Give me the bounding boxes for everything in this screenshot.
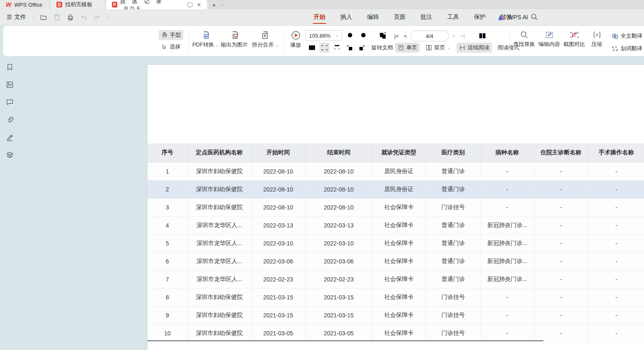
undo-icon[interactable]: [80, 13, 88, 21]
table-cell: -: [534, 306, 588, 324]
menu-tab-tools[interactable]: 工具: [440, 9, 467, 25]
table-cell: 2022-03-13: [251, 216, 305, 234]
table-row[interactable]: 9深圳市妇幼保健院2021-03-152021-03-15社会保障卡门诊挂号--…: [147, 306, 644, 324]
table-cell: 2022-02-23: [305, 270, 372, 288]
word-translate-button[interactable]: A文 划词翻译 ⌄: [609, 43, 644, 54]
table-cell: 3: [147, 198, 188, 216]
file-menu-label: 文件: [15, 13, 26, 21]
tab-wps-office[interactable]: W WPS Office: [0, 0, 49, 9]
divider: [510, 30, 510, 52]
table-cell: 居民身份证: [372, 162, 426, 180]
table-row[interactable]: 2深圳市妇幼保健院2022-08-102022-08-10居民身份证普通门诊--…: [147, 180, 644, 198]
compress-icon: [592, 30, 602, 40]
tab-pdf-document[interactable]: P 就 医 记 录 .PDF ✕: [106, 0, 207, 9]
word-translate-label: 划词翻译: [621, 45, 642, 52]
menu-tab-page[interactable]: 页面: [386, 9, 413, 25]
open-in-window-icon[interactable]: [187, 3, 193, 7]
full-translate-icon: A: [611, 33, 619, 40]
single-page-button[interactable]: 单页: [395, 43, 420, 53]
fit-page-button[interactable]: [319, 43, 330, 53]
pdf-icon: P: [112, 2, 117, 8]
open-file-icon[interactable]: [40, 13, 48, 21]
first-page-button[interactable]: |<: [393, 33, 401, 39]
hand-tool-button[interactable]: 手型: [159, 30, 183, 40]
actual-size-button[interactable]: 1:1: [307, 43, 317, 53]
table-row[interactable]: 1深圳市妇幼保健院2022-08-102022-08-10居民身份证普通门诊--…: [147, 162, 644, 180]
thumbnail-icon[interactable]: [5, 80, 14, 89]
table-row[interactable]: 7深圳市龙华区人...2022-02-232022-02-23社会保障卡普通门诊…: [147, 270, 644, 288]
compress-label: 压缩: [591, 41, 602, 48]
rotate-right-button[interactable]: [357, 43, 367, 53]
table-cell: -: [588, 252, 644, 270]
table-row[interactable]: 6深圳市龙华区人...2022-03-062022-03-06社会保障卡普通门诊…: [147, 252, 644, 270]
rotate-doc-label[interactable]: 旋转文档: [371, 44, 393, 51]
pdf-page[interactable]: 序号定点医药机构名称开始时间结束时间就诊凭证类型医疗类别病种名称住院主诊断名称手…: [147, 64, 644, 350]
attachment-icon[interactable]: [5, 115, 14, 124]
table-cell: 深圳市妇幼保健院: [188, 306, 251, 324]
close-tab-icon[interactable]: ✕: [197, 2, 201, 8]
wps-ai-label: WPS AI: [508, 14, 528, 20]
table-cell: -: [534, 252, 588, 270]
file-menu-button[interactable]: ☰ 文件: [0, 13, 30, 21]
comment-icon[interactable]: [5, 98, 14, 106]
zoom-out-button[interactable]: [345, 31, 355, 41]
compress-button[interactable]: 压缩: [587, 30, 606, 48]
pdf-convert-button[interactable]: PDF转换 ⌄: [192, 30, 219, 49]
zoom-in-button[interactable]: [359, 31, 369, 41]
tab-docer-template[interactable]: D 找稻壳模板: [51, 0, 105, 9]
next-page-button[interactable]: >: [451, 33, 457, 39]
table-cell: -: [588, 306, 644, 324]
edit-content-button[interactable]: 编辑内容: [537, 30, 561, 48]
play-button[interactable]: 播放: [287, 30, 305, 49]
bookmark-icon[interactable]: [5, 63, 14, 71]
table-cell: -: [588, 216, 644, 234]
table-cell: -: [481, 162, 534, 180]
print-icon[interactable]: [67, 13, 74, 21]
menu-tab-annotate[interactable]: 批注: [413, 9, 440, 25]
menu-tab-home[interactable]: 开始: [306, 9, 333, 25]
double-page-button[interactable]: 双页 ⌄: [423, 43, 453, 53]
export-image-button[interactable]: 输出为图片: [219, 30, 249, 49]
new-tab-button[interactable]: +: [212, 1, 216, 8]
last-page-button[interactable]: >|: [459, 33, 467, 39]
menu-tab-edit[interactable]: 编辑: [360, 9, 386, 25]
table-row[interactable]: 5深圳市龙华区人...2022-03-102022-03-10社会保障卡普通门诊…: [147, 234, 644, 252]
wps-ai-button[interactable]: WPS AI: [498, 9, 528, 25]
redo-icon[interactable]: [94, 13, 101, 21]
rotate-pages-icon[interactable]: [378, 31, 388, 41]
find-replace-button[interactable]: 查找替换: [512, 30, 536, 48]
table-row[interactable]: 10深圳市妇幼保健院2021-03-052021-03-05社会保障卡门诊挂号-…: [147, 324, 644, 342]
table-cell: 深圳市龙华区人...: [188, 216, 251, 234]
table-cell: -: [534, 324, 588, 342]
ribbon-search-icon[interactable]: [530, 13, 538, 22]
screenshot-compare-button[interactable]: 截图对比: [562, 30, 586, 48]
page-indicator-input[interactable]: 4/4: [411, 31, 449, 41]
continuous-read-button[interactable]: 连续阅读: [456, 43, 492, 53]
save-icon[interactable]: [53, 13, 61, 21]
table-cell: -: [588, 180, 644, 198]
table-row[interactable]: 3深圳市妇幼保健院2022-08-102022-08-10社会保障卡门诊挂号--…: [147, 198, 644, 216]
menu-tab-insert[interactable]: 插入: [333, 9, 360, 25]
layers-icon[interactable]: [5, 151, 14, 159]
table-row[interactable]: 8深圳市妇幼保健院2021-03-152021-03-15社会保障卡门诊挂号--…: [147, 288, 644, 306]
table-cell: 6: [147, 252, 188, 270]
tab-list-chevron-icon[interactable]: ⌄: [221, 3, 224, 6]
rotate-left-button[interactable]: [345, 43, 355, 53]
table-row[interactable]: 4深圳市龙华区人...2022-03-132022-03-13社会保障卡普通门诊…: [147, 216, 644, 234]
split-merge-button[interactable]: 拆分合并 ⌄: [250, 30, 280, 49]
table-cell: 社会保障卡: [372, 324, 426, 342]
fit-width-button[interactable]: [332, 43, 342, 53]
prev-page-button[interactable]: <: [402, 33, 409, 39]
full-translate-button[interactable]: A 全文翻译: [609, 31, 644, 41]
quickbar-chevron-icon[interactable]: ⌄: [107, 15, 110, 19]
signature-icon[interactable]: [5, 133, 14, 141]
table-cell: 社会保障卡: [372, 198, 426, 216]
continuous-read-icon: [459, 44, 466, 51]
table-cell: 4: [147, 216, 188, 234]
export-image-icon: [229, 30, 239, 40]
zoom-level-select[interactable]: 105.88% ⌄: [305, 30, 342, 41]
single-page-label: 单页: [406, 44, 417, 51]
select-tool-button[interactable]: 选择: [159, 42, 183, 52]
menu-tab-protect[interactable]: 保护: [467, 9, 493, 25]
table-header-cell: 就诊凭证类型: [372, 143, 426, 162]
